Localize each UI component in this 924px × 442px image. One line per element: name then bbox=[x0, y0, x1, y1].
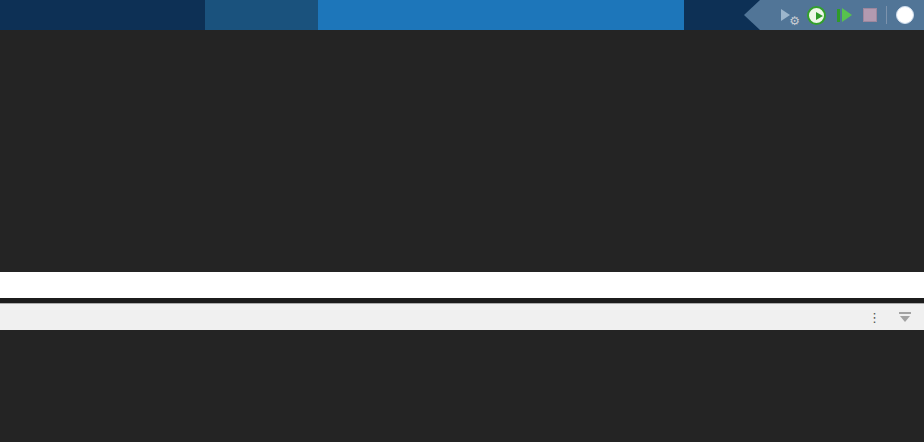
step-triangle-glyph bbox=[842, 8, 852, 22]
tab-measurements[interactable] bbox=[205, 0, 318, 30]
step-forward-icon[interactable] bbox=[835, 6, 854, 25]
run-with-settings-icon[interactable]: ⚙ bbox=[779, 6, 798, 25]
help-icon[interactable] bbox=[896, 6, 914, 24]
step-bar-glyph bbox=[837, 9, 840, 22]
tab-spectral-mask[interactable] bbox=[420, 0, 532, 30]
tab-spectrum[interactable] bbox=[318, 0, 420, 30]
tabbar-lead-space bbox=[0, 0, 14, 30]
status-bar: ⋮ bbox=[0, 303, 924, 330]
toolstrip-tab-bar: ⚙ bbox=[0, 0, 924, 30]
gear-glyph: ⚙ bbox=[789, 14, 800, 28]
run-icon[interactable] bbox=[807, 6, 826, 25]
tab-estimation[interactable] bbox=[98, 0, 205, 30]
stop-icon[interactable] bbox=[863, 8, 877, 22]
tab-channel-measurements[interactable] bbox=[532, 0, 684, 30]
tabbar-spacer bbox=[684, 0, 744, 30]
dock-icon-triangle bbox=[900, 316, 910, 322]
kebab-menu-icon[interactable]: ⋮ bbox=[865, 311, 884, 324]
toolbar-separator bbox=[886, 6, 887, 24]
dock-icon[interactable] bbox=[898, 311, 912, 323]
harmonic-distortion-title bbox=[0, 272, 924, 298]
measurements-subtab-group bbox=[318, 0, 684, 30]
tab-scope[interactable] bbox=[14, 0, 98, 30]
playback-toolbar: ⚙ bbox=[744, 0, 924, 30]
spectrum-plot-canvas[interactable] bbox=[0, 30, 924, 272]
dock-icon-line bbox=[899, 312, 911, 314]
